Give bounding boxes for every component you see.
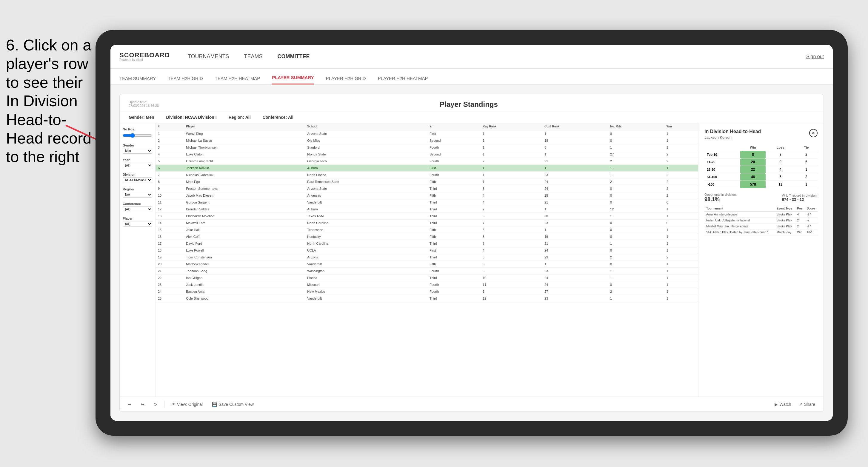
table-row[interactable]: 21 Taehoon Song Washington Fourth 6 23 1… <box>156 268 698 275</box>
table-row[interactable]: 24 Bastien Amat New Mexico Fourth 1 27 2… <box>156 288 698 295</box>
save-custom-btn[interactable]: 💾 Save Custom View <box>210 401 256 408</box>
nav-item-tournaments[interactable]: TOURNAMENTS <box>188 52 229 61</box>
region-select[interactable]: N/A <box>123 192 152 197</box>
sub-nav-team-h2h-grid[interactable]: TEAM H2H GRID <box>168 76 203 85</box>
table-row[interactable]: 5 Christo Lamprecht Georgia Tech Fourth … <box>156 158 698 165</box>
redo-btn[interactable]: ↪ <box>138 401 147 408</box>
cell-reg: 3 <box>480 185 542 192</box>
cell-yr: First <box>427 247 480 254</box>
cell-conf: 1 <box>542 206 608 213</box>
table-row[interactable]: 3 Michael Thorbjornsen Stanford Fourth 1… <box>156 144 698 151</box>
cell-player: Michael Thorbjornsen <box>184 144 305 151</box>
dashboard-header: Update time: 27/03/2024 16:56:26 Player … <box>120 94 824 112</box>
sign-out-link[interactable]: Sign out <box>806 54 824 59</box>
year-select[interactable]: (All) <box>123 163 152 168</box>
view-original-btn[interactable]: 👁 View: Original <box>169 401 205 408</box>
player-table-wrapper: # Player School Yr Reg Rank Conf Rank No… <box>156 123 698 397</box>
table-row[interactable]: 14 Maxwell Ford North Carolina Third 7 2… <box>156 220 698 226</box>
cell-rank: 16 <box>156 234 184 240</box>
top-nav: SCOREBOARD Powered by clippi TOURNAMENTS… <box>111 45 833 69</box>
h2h-col-win: Win <box>740 144 766 151</box>
cell-school: Vanderbilt <box>305 199 427 206</box>
tablet-screen: SCOREBOARD Powered by clippi TOURNAMENTS… <box>111 45 833 421</box>
sub-nav-player-summary[interactable]: PLAYER SUMMARY <box>272 75 314 85</box>
watch-btn[interactable]: ▶ Watch <box>772 401 794 408</box>
cell-yr: Fourth <box>427 158 480 165</box>
table-row[interactable]: 7 Nicholas Gabrelick North Florida Fourt… <box>156 172 698 179</box>
col-conf-rank: Conf Rank <box>542 123 608 130</box>
h2h-close-button[interactable]: × <box>809 129 817 137</box>
cell-player: Taehoon Song <box>184 268 305 275</box>
share-btn[interactable]: ↗ Share <box>797 401 817 408</box>
table-row[interactable]: 15 Jake Hall Tennessee Fifth 6 1 0 1 <box>156 226 698 234</box>
nav-item-teams[interactable]: TEAMS <box>244 52 263 61</box>
table-row[interactable]: 22 Ian Gilligan Florida Third 10 24 1 1 <box>156 275 698 281</box>
cell-conf: 21 <box>542 199 608 206</box>
left-filters: No Rds. Gender Men Year (All <box>120 123 156 397</box>
bottom-toolbar: ↩ ↪ ⟳ 👁 View: Original 💾 Save Custom Vie… <box>120 397 824 411</box>
eye-icon: 👁 <box>171 402 176 407</box>
sub-nav-team-summary[interactable]: TEAM SUMMARY <box>119 76 156 85</box>
table-row[interactable]: 16 Alex Goff Kentucky Fifth 8 19 0 1 <box>156 234 698 240</box>
cell-rds: 27 <box>608 151 664 158</box>
cell-rank: 22 <box>156 275 184 281</box>
table-row[interactable]: 10 Jacob Mac-Diesen Arkansas Fifth 4 25 … <box>156 192 698 199</box>
tablet-frame: SCOREBOARD Powered by clippi TOURNAMENTS… <box>95 30 848 436</box>
cell-school: UCLA <box>305 247 427 254</box>
table-row[interactable]: 4 Luke Claton Florida State Second 1 1 2… <box>156 151 698 158</box>
t-pos: 2 <box>795 218 805 223</box>
cell-conf: 23 <box>542 295 608 302</box>
sub-nav-player-h2h-grid[interactable]: PLAYER H2H GRID <box>326 76 366 85</box>
sub-nav-team-h2h-heatmap[interactable]: TEAM H2H HEATMAP <box>215 76 260 85</box>
table-row[interactable]: 9 Preston Summerhays Arizona State Third… <box>156 185 698 192</box>
cell-rds: 2 <box>608 179 664 185</box>
cell-yr: Third <box>427 275 480 281</box>
table-row[interactable]: 11 Gordon Sargent Vanderbilt Third 4 21 … <box>156 199 698 206</box>
conference-select[interactable]: (All) <box>123 207 152 212</box>
gender-select[interactable]: Men <box>123 148 152 154</box>
division-select[interactable]: NCAA Division I <box>123 177 152 183</box>
table-row[interactable]: 6 Jackson Koivun Auburn First 1 1 1 1 <box>156 165 698 172</box>
sub-nav-player-h2h-heatmap[interactable]: PLAYER H2H HEATMAP <box>378 76 428 85</box>
cell-player: Phichaksn Maichon <box>184 213 305 220</box>
opponents-label: Opponents in division: 98.1% <box>705 193 737 203</box>
table-row[interactable]: 20 Matthew Riedel Vanderbilt Fifth 8 1 0… <box>156 261 698 268</box>
cell-rds: 0 <box>608 185 664 192</box>
table-row[interactable]: 17 David Ford North Carolina Third 8 21 … <box>156 240 698 247</box>
table-row[interactable]: 13 Phichaksn Maichon Texas A&M Third 6 3… <box>156 213 698 220</box>
dashboard-title: Player Standings <box>440 100 498 108</box>
cell-rank: 20 <box>156 261 184 268</box>
cell-win: 1 <box>664 240 698 247</box>
h2h-header: In Division Head-to-Head Jackson Koivun … <box>705 129 817 139</box>
no-rds-slider[interactable] <box>123 133 152 138</box>
t-type: Stroke Play <box>775 212 796 218</box>
table-row[interactable]: 25 Cole Sherwood Vanderbilt Third 12 23 … <box>156 295 698 302</box>
table-row[interactable]: 18 Luke Powell UCLA First 4 24 0 1 <box>156 247 698 254</box>
table-row[interactable]: 12 Brendan Valdes Auburn Third 7 1 12 1 <box>156 206 698 213</box>
table-row[interactable]: 19 Tiger Christensen Arizona Third 8 23 … <box>156 254 698 261</box>
table-row[interactable]: 23 Jack Lundin Missouri Fourth 11 24 0 1 <box>156 281 698 288</box>
nav-item-committee[interactable]: COMMITTEE <box>278 52 310 61</box>
cell-yr: Fifth <box>427 179 480 185</box>
cell-win: 1 <box>664 226 698 234</box>
cell-player: Cole Sherwood <box>184 295 305 302</box>
cell-player: Luke Claton <box>184 151 305 158</box>
cell-win: 1 <box>664 130 698 137</box>
undo-btn[interactable]: ↩ <box>126 401 134 408</box>
player-select[interactable]: (All) <box>123 221 152 227</box>
cell-yr: Fourth <box>427 281 480 288</box>
cell-reg: 4 <box>480 247 542 254</box>
h2h-label: Top 10 <box>705 151 740 158</box>
h2h-win: 8 <box>740 151 766 158</box>
cell-yr: Fifth <box>427 192 480 199</box>
cell-win: 2 <box>664 179 698 185</box>
forward-btn[interactable]: ⟳ <box>151 401 160 408</box>
cell-school: North Carolina <box>305 220 427 226</box>
h2h-label: 51-100 <box>705 174 740 181</box>
table-row[interactable]: 2 Michael La Sasso Ole Miss Second 1 18 … <box>156 137 698 144</box>
cell-school: Florida State <box>305 151 427 158</box>
cell-reg: 1 <box>480 165 542 172</box>
table-row[interactable]: 1 Wenyi Ding Arizona State First 1 1 8 1 <box>156 130 698 137</box>
table-row[interactable]: 8 Mats Ege East Tennessee State Fifth 1 … <box>156 179 698 185</box>
watch-icon: ▶ <box>775 402 778 407</box>
